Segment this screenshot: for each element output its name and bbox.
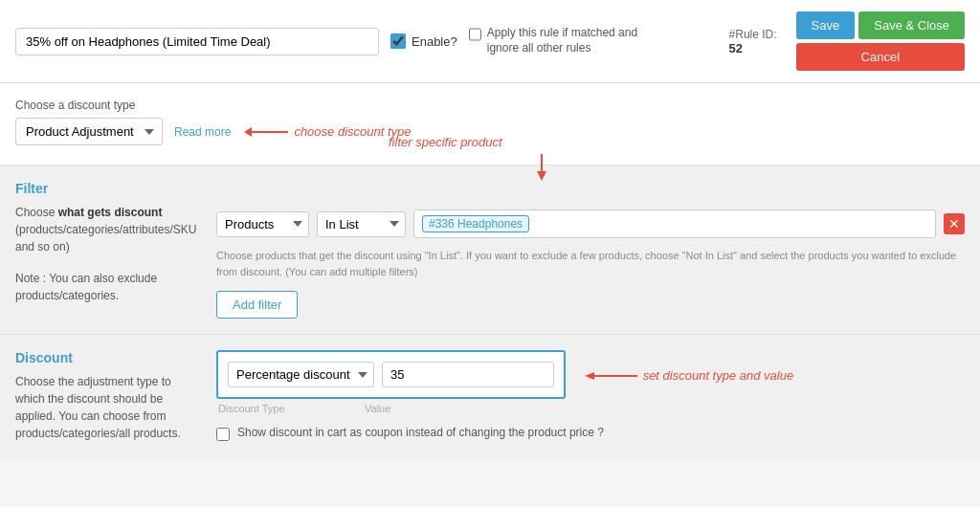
discount-type-select[interactable]: Product Adjustment Cart Discount Buy X G… <box>15 118 163 145</box>
show-coupon-checkbox[interactable] <box>216 428 230 441</box>
discount-type-section: Choose a discount type Product Adjustmen… <box>0 83 980 165</box>
remove-tag-button[interactable]: ✕ <box>944 213 965 234</box>
cancel-button[interactable]: Cancel <box>796 43 965 71</box>
discount-type-select2[interactable]: Percentage discount Fixed discount Fixed… <box>228 362 374 387</box>
filter-note: Note : You can also exclude products/cat… <box>15 270 197 304</box>
discount-left: Discount Choose the adjustment type to w… <box>15 350 197 442</box>
filter-annotation-text: filter specific product <box>389 135 502 149</box>
add-filter-button[interactable]: Add filter <box>216 291 298 319</box>
read-more-link[interactable]: Read more <box>174 125 231 139</box>
rule-id-label: #Rule ID: <box>729 28 777 41</box>
apply-rule-checkbox[interactable] <box>469 28 481 41</box>
show-coupon-text: Show discount in cart as coupon instead … <box>237 426 604 439</box>
filter-title: Filter <box>15 181 197 196</box>
save-button[interactable]: Save <box>796 11 856 39</box>
svg-marker-3 <box>585 372 594 380</box>
show-coupon-row: Show discount in cart as coupon instead … <box>216 426 965 441</box>
discount-right: Percentage discount Fixed discount Fixed… <box>216 350 965 442</box>
discount-annotation-text: set discount type and value <box>643 368 794 383</box>
discount-section: Discount Choose the adjustment type to w… <box>0 335 980 457</box>
rule-id-value: 52 <box>729 41 743 55</box>
filter-hint: Choose products that get the discount us… <box>216 248 965 279</box>
filter-controls-row: Products Categories Attributes SKU In Li… <box>216 209 965 238</box>
apply-rule-text: Apply this rule if matched and ignore al… <box>487 26 641 55</box>
filter-annotation-arrow-icon <box>532 154 551 183</box>
field-labels: Discount Type Value <box>218 403 965 414</box>
filter-left: Filter Choose what gets discount (produc… <box>15 181 197 319</box>
discount-value-box: Percentage discount Fixed discount Fixed… <box>216 350 566 399</box>
list-type-select[interactable]: In List Not In List <box>317 211 406 237</box>
apply-rule-group: Apply this rule if matched and ignore al… <box>469 26 641 55</box>
top-bar: Enable? Apply this rule if matched and i… <box>0 0 980 83</box>
discount-type-label: Choose a discount type <box>15 99 965 112</box>
save-close-button[interactable]: Save & Close <box>858 11 965 39</box>
action-buttons: Save Save & Close Cancel <box>796 11 965 71</box>
filter-section: Filter Choose what gets discount (produc… <box>0 165 980 335</box>
discount-desc: Choose the adjustment type to which the … <box>15 373 197 442</box>
product-tag: #336 Headphones <box>422 215 529 232</box>
discount-value-label: Value <box>365 403 537 414</box>
arrow-line-icon <box>250 131 288 133</box>
rule-name-input[interactable] <box>15 28 379 55</box>
filter-desc: Choose what gets discount (products/cate… <box>15 204 197 255</box>
discount-title: Discount <box>15 350 197 365</box>
svg-marker-1 <box>537 171 546 181</box>
enable-checkbox[interactable] <box>390 33 406 49</box>
enable-label: Enable? <box>412 34 457 49</box>
discount-type-annotation: choose discount type <box>250 124 411 139</box>
discount-type-label: Discount Type <box>218 403 357 414</box>
filter-right: filter specific product Products Categor… <box>216 181 965 319</box>
product-type-select[interactable]: Products Categories Attributes SKU <box>216 211 309 237</box>
discount-value-input[interactable] <box>382 362 554 387</box>
discount-inner: Discount Choose the adjustment type to w… <box>15 350 965 442</box>
enable-group: Enable? <box>390 33 457 49</box>
filter-tags-input[interactable]: #336 Headphones <box>413 209 936 238</box>
filter-inner: Filter Choose what gets discount (produc… <box>15 181 965 319</box>
discount-annotation-arrow-icon <box>585 370 637 382</box>
rule-id-group: #Rule ID: 52 <box>729 28 777 55</box>
